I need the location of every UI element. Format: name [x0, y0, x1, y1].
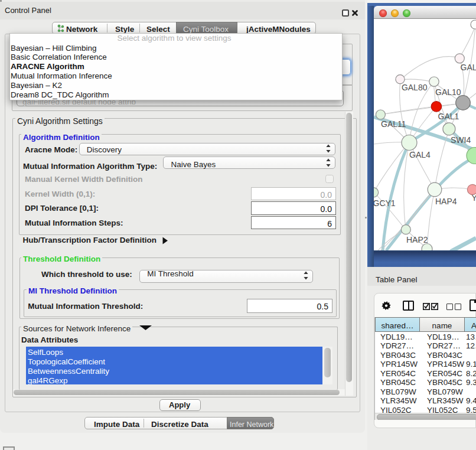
- svg-text:HAP2: HAP2: [406, 235, 428, 244]
- svg-text:GAL4: GAL4: [409, 150, 431, 159]
- svg-text:Y: Y: [472, 193, 476, 203]
- svg-text:GAL80: GAL80: [402, 83, 428, 92]
- svg-text:GAL10: GAL10: [435, 87, 461, 97]
- svg-text:SWI4: SWI4: [451, 135, 471, 145]
- svg-text:GAL11: GAL11: [381, 119, 406, 129]
- svg-text:GAL2: GAL2: [461, 63, 476, 72]
- svg-text:GCY1: GCY1: [374, 198, 396, 208]
- svg-text:HAP4: HAP4: [435, 197, 457, 206]
- svg-text:GAL1: GAL1: [438, 112, 459, 121]
